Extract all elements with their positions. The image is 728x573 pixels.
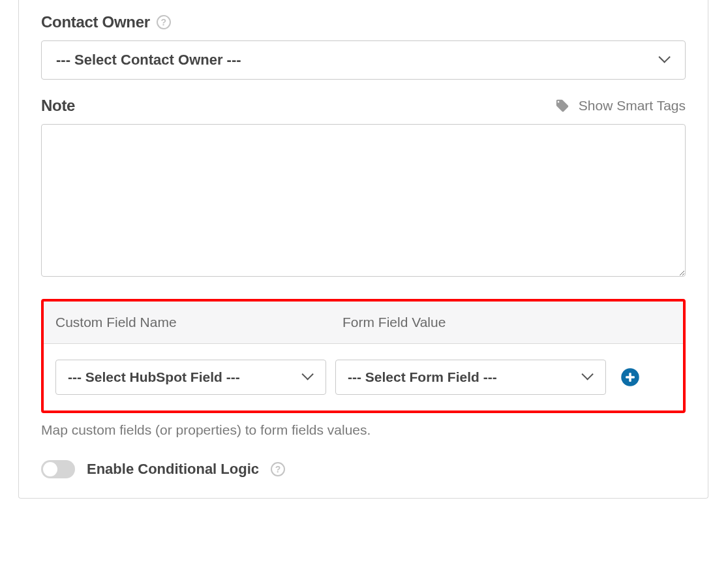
mapping-header: Custom Field Name Form Field Value (44, 302, 683, 344)
contact-owner-label-row: Contact Owner ? (41, 13, 686, 31)
tag-icon (555, 99, 569, 113)
note-label: Note (41, 97, 75, 115)
form-field-select-text: --- Select Form Field --- (348, 369, 497, 385)
custom-field-mapping-box: Custom Field Name Form Field Value --- S… (41, 299, 686, 413)
contact-owner-section: Contact Owner ? --- Select Contact Owner… (41, 13, 686, 80)
contact-owner-select-text: --- Select Contact Owner --- (56, 52, 241, 69)
smart-tags-label: Show Smart Tags (579, 98, 686, 114)
note-label-row: Note Show Smart Tags (41, 97, 686, 115)
show-smart-tags-button[interactable]: Show Smart Tags (555, 98, 686, 114)
hubspot-field-select[interactable]: --- Select HubSpot Field --- (55, 360, 326, 395)
contact-owner-select[interactable]: --- Select Contact Owner --- (41, 40, 686, 80)
add-row-icon[interactable] (620, 367, 640, 387)
help-icon[interactable]: ? (157, 15, 171, 29)
help-icon[interactable]: ? (271, 462, 285, 476)
chevron-down-icon (302, 371, 314, 383)
note-section: Note Show Smart Tags (41, 97, 686, 279)
col-header-field-name: Custom Field Name (44, 302, 331, 343)
conditional-logic-label: Enable Conditional Logic (87, 461, 259, 478)
conditional-logic-row: Enable Conditional Logic ? (41, 460, 686, 478)
toggle-knob (43, 462, 57, 476)
contact-owner-label: Contact Owner (41, 13, 150, 31)
note-textarea[interactable] (41, 124, 686, 277)
contact-owner-label-group: Contact Owner ? (41, 13, 171, 31)
form-field-select[interactable]: --- Select Form Field --- (335, 360, 606, 395)
mapping-helper-text: Map custom fields (or properties) to for… (41, 422, 686, 438)
col-header-field-value: Form Field Value (331, 302, 683, 343)
hubspot-field-select-text: --- Select HubSpot Field --- (68, 369, 240, 385)
note-label-group: Note (41, 97, 75, 115)
chevron-down-icon (659, 54, 671, 66)
chevron-down-icon (582, 371, 594, 383)
conditional-logic-toggle[interactable] (41, 460, 75, 478)
settings-panel: Contact Owner ? --- Select Contact Owner… (18, 0, 708, 499)
mapping-row: --- Select HubSpot Field --- --- Select … (44, 344, 683, 410)
svg-rect-2 (629, 373, 631, 382)
